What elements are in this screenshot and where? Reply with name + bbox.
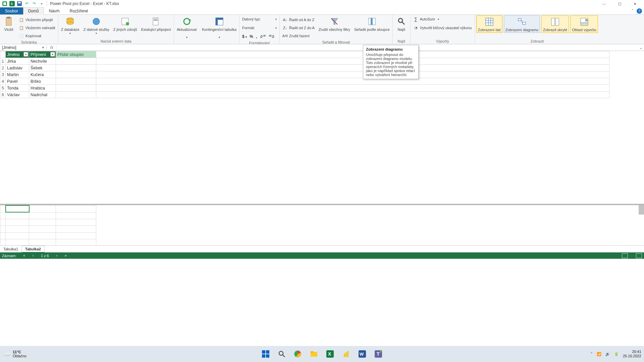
record-first-button[interactable]: « — [23, 253, 25, 258]
help-icon[interactable]: ? — [637, 8, 642, 14]
save-icon[interactable] — [16, 0, 23, 7]
autosum-button[interactable]: ∑AutoSum▾ — [412, 15, 473, 23]
powerbi-icon[interactable] — [339, 347, 353, 361]
cell[interactable]: Šebek — [29, 65, 56, 71]
cell[interactable]: Ladislav — [6, 65, 29, 71]
name-box[interactable]: [Jméno] ▼ — [0, 45, 47, 50]
comma-button[interactable]: , — [256, 34, 257, 39]
sort-az-button[interactable]: A↓Řadit od A do Z — [281, 16, 316, 23]
existing-connections-button[interactable]: Existující připojení — [140, 15, 172, 32]
sheet-tab-tabulka1[interactable]: Tabulka1 — [0, 246, 22, 252]
tab-home[interactable]: Domů — [23, 7, 44, 15]
format-dropdown[interactable]: Formát:▾ — [241, 24, 278, 32]
paste-button[interactable]: Vložit — [1, 15, 16, 32]
record-next-button[interactable]: › — [56, 253, 58, 258]
group-clipboard: Vložit 📋 Vložením připojit 📋 Vložením na… — [0, 15, 58, 44]
percent-button[interactable]: % — [250, 34, 253, 39]
cell[interactable]: Bíško — [29, 78, 56, 85]
column-header-prijmeni[interactable]: Příjmení▾ — [29, 51, 56, 58]
add-column-header[interactable]: Přidat sloupec — [56, 51, 96, 58]
from-service-button[interactable]: Z datové služby ▾ — [82, 15, 111, 36]
column-header-jmeno[interactable]: Jméno▾ — [6, 51, 29, 58]
calc-area-button[interactable]: fx Oblast výpočtu — [570, 15, 598, 33]
name-box-dropdown-icon[interactable]: ▼ — [42, 46, 45, 49]
fx-label[interactable]: fx — [47, 45, 57, 50]
cell[interactable]: Tonda — [6, 85, 29, 92]
table-row[interactable]: 3MartinKučera — [0, 71, 609, 78]
maximize-button[interactable]: ▢ — [612, 0, 627, 7]
teams-icon[interactable]: T — [372, 347, 385, 361]
cell[interactable]: Nadrchal — [29, 92, 56, 98]
clear-sort-button[interactable]: A⟲Zrušit řazení — [281, 32, 316, 40]
formula-expand-icon[interactable]: ⌄ — [638, 45, 644, 50]
cell[interactable]: Hrabica — [29, 85, 56, 92]
from-other-button[interactable]: Z jiných zdrojů — [112, 15, 139, 32]
explorer-icon[interactable] — [307, 347, 321, 361]
cell[interactable]: Pavel — [6, 78, 29, 85]
volume-icon[interactable]: 🔊 — [605, 352, 610, 356]
find-button[interactable]: Najít — [394, 15, 409, 32]
filter-dropdown-icon[interactable]: ▾ — [23, 52, 28, 57]
pivot-table-button[interactable]: Kontingenční tabulka▾ — [201, 15, 238, 40]
search-button[interactable] — [275, 347, 288, 361]
scrollbar-thumb[interactable] — [639, 205, 644, 215]
table-row[interactable]: 4PavelBíško — [0, 78, 609, 85]
from-database-button[interactable]: Z databáze ▾ — [60, 15, 81, 36]
sort-by-column-button[interactable]: Seřadit podle sloupce — [353, 15, 391, 32]
data-view-button[interactable]: Zobrazení dat — [476, 15, 502, 33]
paste-replace-button[interactable]: 📋 Vložením nahradit — [17, 24, 57, 32]
tray-chevron-icon[interactable]: ˄ — [591, 352, 593, 356]
diagram-view-status-icon[interactable] — [636, 253, 642, 258]
data-grid[interactable]: Jméno▾ Příjmení▾ Přidat sloupec 1JirkaNe… — [0, 51, 644, 205]
grid-view-icon[interactable] — [622, 253, 628, 258]
close-button[interactable]: ✕ — [627, 0, 643, 7]
table-row[interactable]: 5TondaHrabica — [0, 85, 609, 92]
qat-dropdown-icon[interactable]: ▾ — [38, 0, 45, 7]
undo-icon[interactable]: ↶ — [23, 0, 30, 7]
collapse-ribbon-icon[interactable]: ˄ — [629, 7, 637, 14]
cell[interactable]: Martin — [6, 71, 29, 78]
clock[interactable]: 20:41 25.10.2022 — [623, 350, 641, 358]
refresh-button[interactable]: Aktualizovat▾ — [175, 15, 198, 40]
filter-dropdown-icon[interactable]: ▾ — [50, 52, 55, 57]
show-hidden-button[interactable]: Zobrazit skryté — [541, 15, 569, 33]
cell[interactable]: Kučera — [29, 71, 56, 78]
record-prev-button[interactable]: ‹ — [32, 253, 34, 258]
cell[interactable]: Jirka — [6, 58, 29, 65]
sort-za-button[interactable]: Z↓Řadit od Z do A — [281, 24, 316, 32]
excel-icon: X — [9, 0, 15, 7]
increase-decimal-button[interactable]: .0.00 — [260, 34, 266, 39]
cell[interactable]: Václav — [6, 92, 29, 98]
word-icon[interactable]: W — [356, 347, 369, 361]
sort-az-icon: A↓ — [282, 17, 288, 22]
clear-filters-button[interactable]: Zrušit všechny filtry — [317, 15, 352, 32]
selected-measure-cell[interactable] — [6, 205, 29, 212]
tab-file[interactable]: Soubor — [0, 7, 23, 14]
decrease-decimal-button[interactable]: .00.0 — [268, 34, 274, 39]
paste-append-button[interactable]: 📋 Vložením připojit — [17, 16, 57, 23]
diagram-view-button[interactable]: Zobrazení diagramu — [504, 15, 540, 33]
start-button[interactable] — [259, 347, 272, 361]
battery-icon[interactable]: 🔋 — [614, 352, 619, 356]
redo-icon[interactable]: ↷ — [31, 0, 38, 7]
select-all-corner[interactable] — [0, 51, 6, 58]
datatype-dropdown[interactable]: Datový typ:▾ — [241, 15, 278, 23]
calculation-area[interactable] — [0, 205, 644, 245]
currency-button[interactable]: $ ▾ — [242, 34, 247, 39]
wifi-icon[interactable]: 📶 — [597, 352, 601, 356]
minimize-button[interactable]: — — [596, 0, 612, 7]
excel-taskbar-icon[interactable]: X — [323, 347, 337, 361]
chrome-icon[interactable] — [291, 347, 305, 361]
table-row[interactable]: 1JirkaNechvíle — [0, 58, 609, 65]
create-kpi-button[interactable]: ◔Vytvořit klíčový ukazatel výkonu — [412, 24, 473, 32]
table-row[interactable]: 2LadislavŠebek — [0, 65, 609, 71]
cell[interactable]: Nechvíle — [29, 58, 56, 65]
sheet-tab-tabulka2[interactable]: Tabulka2 — [22, 246, 45, 253]
tab-advanced[interactable]: Rozšířené — [65, 7, 93, 14]
name-box-value: [Jméno] — [2, 45, 16, 50]
tab-design[interactable]: Návrh — [44, 7, 65, 14]
record-last-button[interactable]: » — [65, 253, 67, 258]
copy-button[interactable]: 📄 Kopírovat — [17, 32, 57, 40]
weather-widget[interactable]: ☁️ 11°C Oblačno — [0, 350, 30, 358]
table-row[interactable]: 6VáclavNadrchal — [0, 92, 609, 98]
